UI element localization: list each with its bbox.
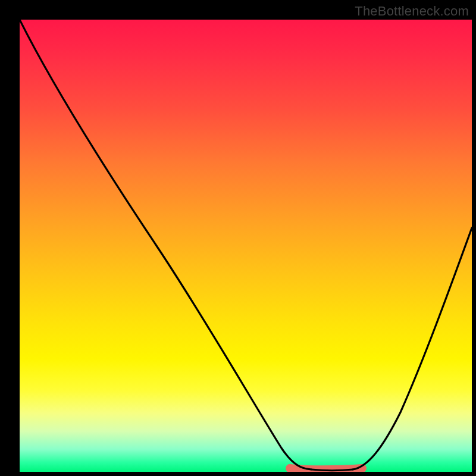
curve-layer	[20, 20, 472, 472]
chart-stage: TheBottleneck.com	[0, 0, 476, 476]
plot-area	[20, 20, 472, 472]
curve-left-branch	[20, 20, 311, 469]
watermark-text: TheBottleneck.com	[355, 4, 469, 19]
curve-right-branch	[353, 228, 472, 469]
curve-bottom	[311, 469, 353, 471]
